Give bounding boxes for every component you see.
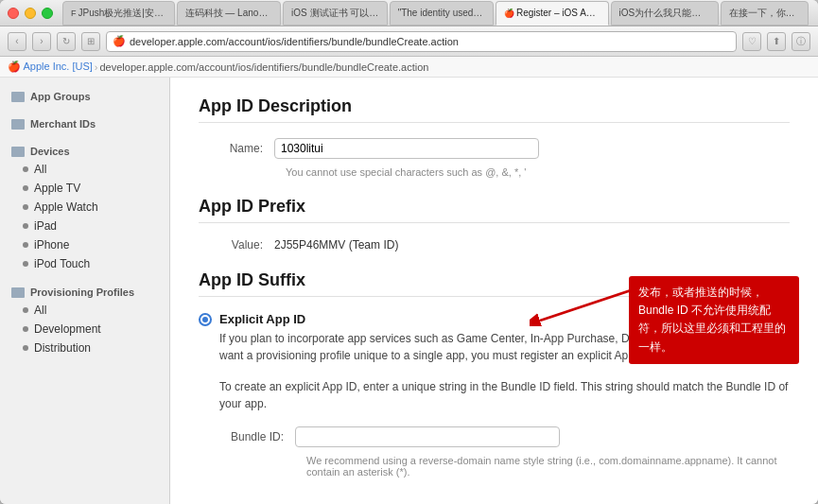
sidebar-item-label: iPad [34, 219, 57, 233]
folder-icon-4 [11, 287, 25, 298]
sidebar: App Groups Merchant IDs Devices All Appl… [0, 78, 170, 504]
sidebar-label-appgroups: App Groups [30, 91, 91, 102]
sidebar-header-appgroups: App Groups [0, 85, 169, 105]
sidebar-header-devices: Devices [0, 140, 169, 160]
bundle-id-row: Bundle ID: [219, 426, 790, 447]
sidebar-item-applewatch[interactable]: Apple Watch [0, 198, 169, 217]
breadcrumb-apple[interactable]: 🍎 Apple Inc. [US] [8, 61, 93, 73]
sidebar-item-label: All [34, 304, 46, 317]
apple-favicon: 🍎 [113, 35, 126, 47]
bundle-id-hint: We recommend using a reverse-domain name… [306, 455, 790, 478]
sidebar-item-label: Apple TV [34, 182, 80, 195]
section-app-id-description: App ID Description Name: You cannot use … [199, 96, 790, 178]
bullet-icon [23, 185, 28, 191]
sidebar-item-label: Distribution [34, 341, 91, 355]
toolbar: ‹ › ↻ ⊞ 🍎 developer.apple.com/account/io… [0, 26, 818, 57]
section-title-description: App ID Description [199, 96, 790, 123]
explicit-radio-button[interactable] [199, 313, 212, 326]
content-area: App Groups Merchant IDs Devices All Appl… [0, 78, 818, 504]
refresh-button[interactable]: ↻ [57, 32, 76, 51]
tab-bar: F JPush极光推送|安卓推送|i... 连码科技 — Lanou3G Co.… [62, 0, 810, 26]
annotation-arrow [530, 284, 634, 326]
tab-ios-cert[interactable]: iOS 测试证书 可以注册几... [283, 1, 388, 26]
bullet-icon [23, 166, 28, 172]
section-app-id-prefix: App ID Prefix Value: 2J55P46MMV (Team ID… [199, 197, 790, 252]
bundle-id-input[interactable] [295, 426, 560, 447]
sidebar-item-label: Apple Watch [34, 200, 98, 214]
prefix-value-row: Value: 2J55P46MMV (Team ID) [199, 238, 790, 252]
prefix-value: 2J55P46MMV (Team ID) [274, 238, 398, 252]
sidebar-item-all[interactable]: All [0, 160, 169, 179]
name-hint: You cannot use special characters such a… [286, 166, 790, 178]
sidebar-item-label: iPod Touch [34, 257, 90, 270]
address-bar[interactable]: 🍎 developer.apple.com/account/ios/identi… [106, 31, 737, 52]
sidebar-label-merchantids: Merchant IDs [30, 118, 96, 130]
bullet-icon [23, 223, 28, 229]
sidebar-item-label: iPhone [34, 238, 69, 252]
bullet-icon [23, 307, 28, 313]
main-content: App ID Description Name: You cannot use … [170, 78, 818, 504]
annotation-bubble: 发布，或者推送的时候，Bundle ID 不允许使用统配符，所以这里必须和工程里… [629, 276, 799, 364]
address-text: developer.apple.com/account/ios/identifi… [130, 36, 459, 47]
close-button[interactable] [8, 8, 19, 19]
bullet-icon [23, 242, 28, 248]
sidebar-header-provisioning: Provisioning Profiles [0, 281, 169, 301]
annotation-text: 发布，或者推送的时候，Bundle ID 不允许使用统配符，所以这里必须和工程里… [638, 286, 786, 354]
title-bar: F JPush极光推送|安卓推送|i... 连码科技 — Lanou3G Co.… [0, 0, 818, 26]
bullet-icon [23, 204, 28, 210]
tab-identity[interactable]: "The identity used to sign... [390, 1, 494, 26]
sidebar-label-provisioning: Provisioning Profiles [30, 287, 134, 298]
tab-know[interactable]: 在接一下，你要知道... [721, 1, 809, 26]
breadcrumb-url: developer.apple.com/account/ios/identifi… [100, 61, 429, 73]
sidebar-item-label: All [34, 163, 46, 176]
sidebar-item-prov-dist[interactable]: Distribution [0, 339, 169, 357]
tab-register-ios[interactable]: 🍎 Register – iOS App IDs –... [496, 1, 609, 26]
sidebar-item-label: Development [34, 322, 101, 336]
traffic-lights [8, 8, 53, 19]
prefix-value-label: Value: [199, 238, 274, 252]
folder-icon-2 [11, 119, 25, 130]
grid-button[interactable]: ⊞ [81, 32, 100, 51]
name-label: Name: [199, 142, 274, 155]
tab-lanou[interactable]: 连码科技 — Lanou3G Co... [177, 1, 282, 26]
minimize-button[interactable] [25, 8, 36, 19]
bullet-icon [23, 345, 28, 351]
sidebar-item-ipad[interactable]: iPad [0, 217, 169, 235]
folder-icon-3 [11, 147, 25, 157]
section-title-prefix: App ID Prefix [199, 197, 790, 223]
breadcrumb: 🍎 Apple Inc. [US] › developer.apple.com/… [0, 57, 818, 78]
sidebar-item-appletv[interactable]: Apple TV [0, 179, 169, 198]
more-button[interactable]: ⓘ [792, 32, 810, 51]
back-button[interactable]: ‹ [8, 32, 26, 51]
bullet-icon [23, 261, 28, 267]
sidebar-header-merchantids: Merchant IDs [0, 113, 169, 132]
sidebar-item-iphone[interactable]: iPhone [0, 235, 169, 254]
folder-icon [11, 92, 25, 102]
maximize-button[interactable] [42, 8, 53, 19]
name-input[interactable] [274, 138, 539, 159]
tab-ios-why[interactable]: iOS为什么我只能创建一个... [611, 1, 719, 26]
explicit-option-desc2: To create an explicit App ID, enter a un… [219, 378, 790, 412]
bookmark-button[interactable]: ♡ [742, 32, 761, 51]
sidebar-item-prov-all[interactable]: All [0, 301, 169, 320]
forward-button[interactable]: › [32, 32, 51, 51]
sidebar-item-ipodtouch[interactable]: iPod Touch [0, 254, 169, 273]
name-field-row: Name: [199, 138, 790, 159]
tab-jpush[interactable]: F JPush极光推送|安卓推送|i... [62, 1, 175, 26]
sidebar-item-prov-dev[interactable]: Development [0, 320, 169, 339]
share-button[interactable]: ⬆ [767, 32, 786, 51]
bundle-id-label: Bundle ID: [219, 430, 295, 443]
bullet-icon [23, 326, 28, 332]
sidebar-label-devices: Devices [30, 146, 70, 157]
